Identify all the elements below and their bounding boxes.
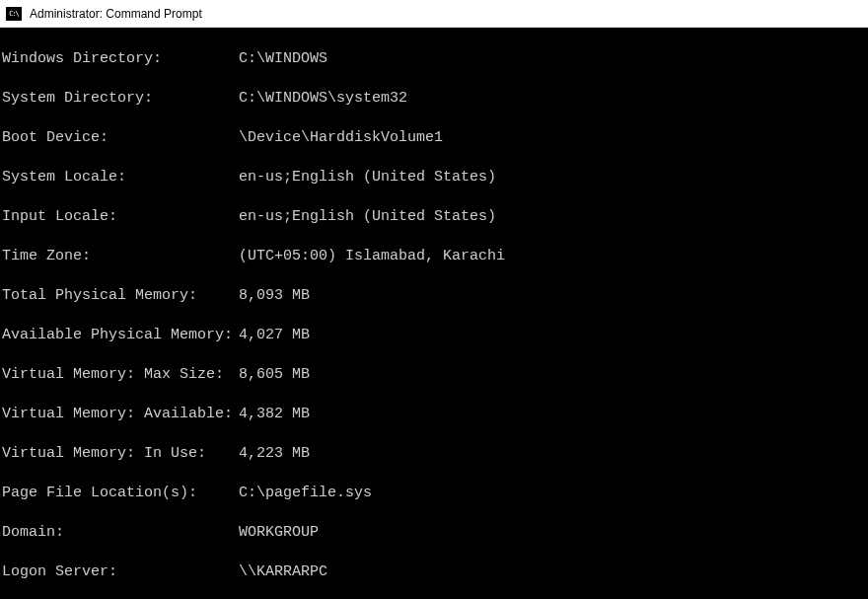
value: 4,027 MB bbox=[239, 327, 310, 343]
label: Virtual Memory: Max Size: bbox=[2, 365, 239, 385]
label: Windows Directory: bbox=[2, 49, 239, 69]
row-logon-server: Logon Server:\\KARRARPC bbox=[2, 562, 866, 582]
label: Boot Device: bbox=[2, 128, 239, 148]
row-virtual-memory-in-use: Virtual Memory: In Use:4,223 MB bbox=[2, 444, 866, 464]
label: Logon Server: bbox=[2, 562, 239, 582]
row-available-physical-memory: Available Physical Memory:4,027 MB bbox=[2, 326, 866, 345]
window-title: Administrator: Command Prompt bbox=[30, 7, 202, 21]
label: Page File Location(s): bbox=[2, 484, 239, 503]
row-system-dir: System Directory:C:\WINDOWS\system32 bbox=[2, 89, 866, 109]
value: C:\pagefile.sys bbox=[239, 485, 372, 501]
row-time-zone: Time Zone:(UTC+05:00) Islamabad, Karachi bbox=[2, 247, 866, 266]
label: Input Locale: bbox=[2, 207, 239, 227]
value: C:\WINDOWS bbox=[239, 50, 327, 67]
value: 8,093 MB bbox=[239, 287, 310, 304]
value: \Device\HarddiskVolume1 bbox=[239, 129, 443, 146]
row-domain: Domain:WORKGROUP bbox=[2, 523, 866, 543]
row-virtual-memory-max: Virtual Memory: Max Size:8,605 MB bbox=[2, 365, 866, 385]
label: System Directory: bbox=[2, 89, 239, 109]
row-input-locale: Input Locale:en-us;English (United State… bbox=[2, 207, 866, 227]
value: en-us;English (United States) bbox=[239, 169, 496, 186]
window-titlebar[interactable]: C:\ Administrator: Command Prompt bbox=[0, 0, 868, 28]
row-virtual-memory-available: Virtual Memory: Available:4,382 MB bbox=[2, 405, 866, 424]
label: Virtual Memory: In Use: bbox=[2, 444, 239, 464]
value: en-us;English (United States) bbox=[239, 208, 496, 225]
label: Available Physical Memory: bbox=[2, 326, 239, 345]
row-system-locale: System Locale:en-us;English (United Stat… bbox=[2, 168, 866, 187]
value: \\KARRARPC bbox=[239, 563, 327, 580]
value: (UTC+05:00) Islamabad, Karachi bbox=[239, 248, 505, 264]
row-boot-device: Boot Device:\Device\HarddiskVolume1 bbox=[2, 128, 866, 148]
label: Domain: bbox=[2, 523, 239, 543]
value: C:\WINDOWS\system32 bbox=[239, 90, 407, 107]
label: Total Physical Memory: bbox=[2, 286, 239, 306]
label: System Locale: bbox=[2, 168, 239, 187]
value: 4,382 MB bbox=[239, 406, 310, 422]
row-windows-dir: Windows Directory:C:\WINDOWS bbox=[2, 49, 866, 69]
value: WORKGROUP bbox=[239, 524, 319, 541]
label: Virtual Memory: Available: bbox=[2, 405, 239, 424]
value: 8,605 MB bbox=[239, 366, 310, 383]
terminal-viewport[interactable]: Windows Directory:C:\WINDOWS System Dire… bbox=[0, 28, 868, 599]
cmd-icon: C:\ bbox=[6, 7, 22, 21]
row-total-physical-memory: Total Physical Memory:8,093 MB bbox=[2, 286, 866, 306]
row-page-file: Page File Location(s):C:\pagefile.sys bbox=[2, 484, 866, 503]
value: 4,223 MB bbox=[239, 445, 310, 462]
label: Time Zone: bbox=[2, 247, 239, 266]
